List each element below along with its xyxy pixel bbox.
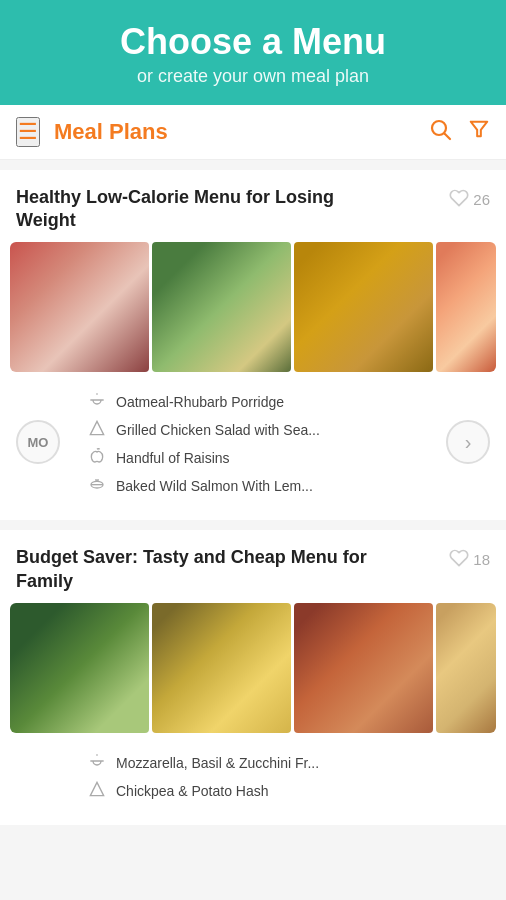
dish-icon (88, 476, 106, 496)
plan-footer: Mozzarella, Basil & Zucchini Fr... Chick… (0, 733, 506, 809)
svg-line-1 (445, 133, 451, 139)
plan-header: Budget Saver: Tasty and Cheap Menu for F… (0, 530, 506, 603)
food-image-3[interactable] (294, 603, 433, 733)
hero-subtitle: or create your own meal plan (20, 66, 486, 87)
food-item: Baked Wild Salmon With Lem... (88, 476, 418, 496)
plan-title[interactable]: Budget Saver: Tasty and Cheap Menu for F… (16, 546, 386, 593)
food-image-1[interactable] (10, 603, 149, 733)
hero-title: Choose a Menu (20, 22, 486, 62)
heart-icon[interactable] (449, 188, 469, 211)
food-item-name: Baked Wild Salmon With Lem... (116, 478, 313, 494)
nav-icons (428, 117, 490, 147)
next-button[interactable]: › (446, 420, 490, 464)
food-image-2[interactable] (152, 242, 291, 372)
food-image-3[interactable] (294, 242, 433, 372)
food-images-row (10, 603, 496, 733)
pizza-icon (88, 420, 106, 440)
food-item: Grilled Chicken Salad with Sea... (88, 420, 418, 440)
plan-title[interactable]: Healthy Low-Calorie Menu for Losing Weig… (16, 186, 386, 233)
page-title: Meal Plans (54, 119, 428, 145)
pizza-icon (88, 781, 106, 801)
avatar[interactable]: MO (16, 420, 60, 464)
food-item-name: Handful of Raisins (116, 450, 230, 466)
menu-icon[interactable]: ☰ (16, 117, 40, 147)
hero-banner: Choose a Menu or create your own meal pl… (0, 0, 506, 105)
content-area: Healthy Low-Calorie Menu for Losing Weig… (0, 160, 506, 900)
food-item: Mozzarella, Basil & Zucchini Fr... (88, 753, 474, 773)
plan-footer: MO Oatmeal-Rhubarb Porridge (0, 372, 506, 504)
apple-icon (88, 448, 106, 468)
food-item-name: Grilled Chicken Salad with Sea... (116, 422, 320, 438)
search-icon (428, 117, 452, 141)
plan-card: Healthy Low-Calorie Menu for Losing Weig… (0, 170, 506, 521)
heart-icon[interactable] (449, 548, 469, 571)
food-image-4[interactable] (436, 242, 496, 372)
search-button[interactable] (428, 117, 452, 147)
likes-count: 26 (473, 191, 490, 208)
food-item-name: Oatmeal-Rhubarb Porridge (116, 394, 284, 410)
bowl-icon (88, 753, 106, 773)
food-item: Oatmeal-Rhubarb Porridge (88, 392, 418, 412)
food-item: Handful of Raisins (88, 448, 418, 468)
svg-marker-2 (471, 121, 488, 136)
filter-icon (468, 118, 490, 140)
plan-likes: 26 (449, 188, 490, 211)
food-item-name: Mozzarella, Basil & Zucchini Fr... (116, 755, 319, 771)
food-image-1[interactable] (10, 242, 149, 372)
top-nav: ☰ Meal Plans (0, 105, 506, 160)
bowl-icon (88, 392, 106, 412)
food-item-name: Chickpea & Potato Hash (116, 783, 269, 799)
food-images-row (10, 242, 496, 372)
likes-count: 18 (473, 551, 490, 568)
plan-likes: 18 (449, 548, 490, 571)
food-items-list: Mozzarella, Basil & Zucchini Fr... Chick… (72, 741, 490, 809)
food-item: Chickpea & Potato Hash (88, 781, 474, 801)
food-items-list: Oatmeal-Rhubarb Porridge Grilled Chicken… (72, 380, 434, 504)
plan-card: Budget Saver: Tasty and Cheap Menu for F… (0, 530, 506, 825)
food-image-2[interactable] (152, 603, 291, 733)
plan-header: Healthy Low-Calorie Menu for Losing Weig… (0, 170, 506, 243)
filter-button[interactable] (468, 117, 490, 147)
food-image-4[interactable] (436, 603, 496, 733)
